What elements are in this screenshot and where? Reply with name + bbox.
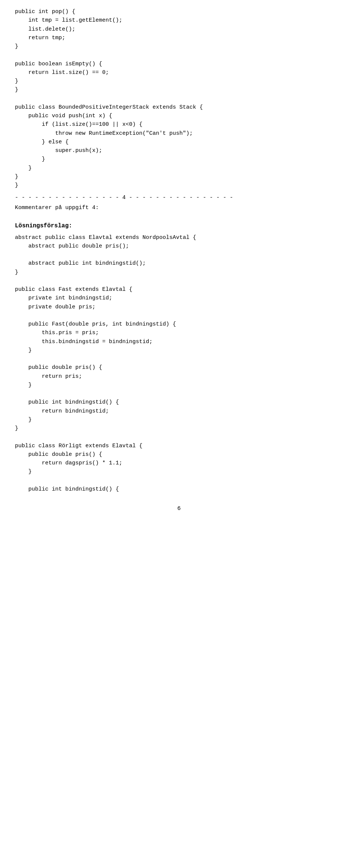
page-content: public int pop() { int tmp = list.getEle…: [15, 7, 343, 494]
section-divider: - - - - - - - - - - - - - - - - 4 - - - …: [15, 193, 343, 202]
section-comment-label: Kommentarer på uppgift 4:: [15, 204, 343, 212]
code-section-1: public int pop() { int tmp = list.getEle…: [15, 7, 343, 190]
page-number: 6: [15, 505, 343, 513]
proposal-label: Lösningsförslag:: [15, 221, 343, 230]
code-section-2: abstract public class Elavtal extends No…: [15, 233, 343, 494]
